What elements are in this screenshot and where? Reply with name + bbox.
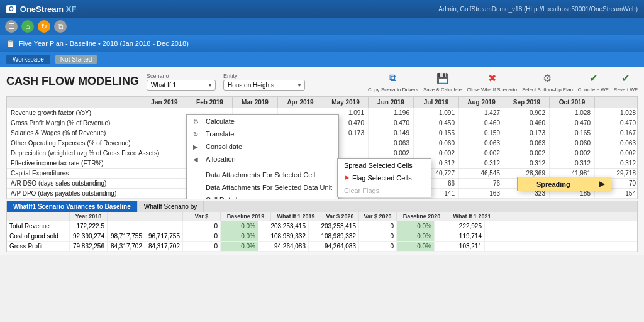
cell-7-0[interactable] <box>142 179 187 188</box>
cell-1-10[interactable]: 0.470 <box>595 118 638 128</box>
cell-3-8[interactable]: 0.063 <box>504 138 550 148</box>
cell-4-9[interactable]: 0.002 <box>550 148 595 158</box>
header-apr2019: Apr 2019 <box>278 97 323 108</box>
br-var2020b-2: 0.0% <box>397 242 435 251</box>
cell-3-6[interactable]: 0.060 <box>414 138 459 148</box>
cell-0-9[interactable]: 1.028 <box>550 108 595 118</box>
revert-wf-button[interactable]: ✔ Revert WF <box>614 70 638 92</box>
cell-2-0[interactable] <box>142 128 187 138</box>
cell-2-9[interactable]: 0.165 <box>550 128 595 138</box>
menu-item-data-attach-unit-label: Data Attachments For Selected Data Unit <box>206 184 332 191</box>
br-varpct-2: 0.0% <box>221 242 258 251</box>
home-icon[interactable]: ⌂ <box>21 20 34 33</box>
menu-item-calculate[interactable]: ⚙ Calculate <box>187 115 338 128</box>
bottom-grid-header: Year 2018 Var $ Baseline 2019 What If 1 … <box>7 212 637 221</box>
cell-7-7[interactable]: 76 <box>459 179 504 188</box>
tab-whatif1-variances[interactable]: WhatIf1 Scenario Variances to Baseline <box>7 201 138 212</box>
cell-1-6[interactable]: 0.450 <box>414 118 459 128</box>
cell-8-0[interactable] <box>142 189 187 198</box>
spread-selected-label: Spread Selected Cells <box>344 162 413 169</box>
complete-wf-button[interactable]: ✔ Complete WF <box>578 70 609 92</box>
cell-4-8[interactable]: 0.002 <box>504 148 550 158</box>
cell-0-6[interactable]: 1.091 <box>414 108 459 118</box>
header-feb2019: Feb 2019 <box>187 97 233 108</box>
menu-item-data-attach-cell-label: Data Attachments For Selected Cell <box>206 171 315 179</box>
context-menu: ⚙ Calculate ↻ Translate ▶ Consolidate Sp… <box>186 114 339 199</box>
br-var2020a-0: 0 <box>359 221 397 231</box>
cell-1-8[interactable]: 0.460 <box>504 118 550 128</box>
close-whatif-button[interactable]: ✖ Close WhatIf Scenario <box>467 70 517 92</box>
br-c4-0 <box>145 221 183 231</box>
menu-icon[interactable]: ☰ <box>5 20 18 33</box>
submenu-item-spread[interactable]: Spread Selected Cells <box>338 159 431 172</box>
cell-4-6[interactable]: 0.002 <box>414 148 459 158</box>
close-label: Close WhatIf Scenario <box>467 87 517 92</box>
complete-wf-label: Complete WF <box>578 87 609 92</box>
cell-8-7[interactable]: 163 <box>459 189 504 198</box>
header-may2019: May 2019 <box>323 97 369 108</box>
menu-item-data-attach-unit[interactable]: Data Attachments For Selected Data Unit <box>187 181 338 194</box>
br-label-1: Cost of good sold <box>7 231 70 241</box>
tab-whatif-scenario-by[interactable]: WhatIf Scenario by <box>138 201 204 212</box>
cell-1-0[interactable] <box>142 118 187 128</box>
menu-item-translate[interactable]: ↻ Translate <box>187 128 338 140</box>
header-mar2019: Mar 2019 <box>233 97 278 108</box>
cell-3-5[interactable]: 0.063 <box>369 138 414 148</box>
cell-6-7[interactable]: 46,545 <box>459 169 504 178</box>
copy-icon[interactable]: ⧉ <box>54 20 67 33</box>
cell-2-8[interactable]: 0.173 <box>504 128 550 138</box>
refresh-icon[interactable]: ↻ <box>38 20 50 33</box>
cell-4-5[interactable]: 0.002 <box>369 148 414 158</box>
br-var2020a-2: 0 <box>359 242 397 251</box>
close-icon: ✖ <box>484 70 499 86</box>
cell-4-7[interactable]: 0.002 <box>459 148 504 158</box>
cell-5-0[interactable] <box>142 158 187 168</box>
save-calculate-button[interactable]: 💾 Save & Calculate <box>423 70 462 92</box>
select-bottom-up-button[interactable]: ⚙ Select Bottom-Up Plan <box>522 70 573 92</box>
menu-item-allocation[interactable]: ◀ Allocation <box>187 153 338 165</box>
bh-vars: Var $ <box>183 212 221 221</box>
cell-0-0[interactable] <box>142 108 187 118</box>
cell-0-5[interactable]: 1.196 <box>369 108 414 118</box>
cell-1-7[interactable]: 0.460 <box>459 118 504 128</box>
cell-5-10[interactable]: 0.312 <box>595 158 638 168</box>
row-label-1: Gross Profit Margin (% of Revenue) <box>7 118 142 128</box>
cell-3-7[interactable]: 0.063 <box>459 138 504 148</box>
copy-scenario-button[interactable]: ⧉ Copy Scenario Drivers <box>368 70 418 92</box>
entity-select[interactable]: Houston Heights <box>223 80 305 91</box>
menu-item-data-attach-cell[interactable]: Data Attachments For Selected Cell <box>187 169 338 181</box>
header-jan2019: Jan 2019 <box>142 97 187 108</box>
menu-item-spreading[interactable]: Spreading ▶ <box>517 177 611 191</box>
workspace-button[interactable]: Workspace <box>6 55 50 64</box>
scenario-select[interactable]: What If 1 <box>147 80 216 91</box>
cell-1-5[interactable]: 0.470 <box>369 118 414 128</box>
cell-4-0[interactable] <box>142 148 187 158</box>
cell-0-7[interactable]: 1.427 <box>459 108 504 118</box>
scenario-group: Scenario What If 1 ▼ <box>147 73 216 91</box>
submenu-item-clear-flags[interactable]: Clear Flags <box>338 184 431 197</box>
cell-2-10[interactable]: 0.167 <box>595 128 638 138</box>
breadcrumb-text: Five Year Plan - Baseline • 2018 (Jan 20… <box>19 40 189 47</box>
cell-3-10[interactable]: 0.063 <box>595 138 638 148</box>
row-label-0: Revenue growth factor (YoY) <box>7 108 142 118</box>
submenu-item-flag[interactable]: ⚑ Flag Selected Cells <box>338 172 431 184</box>
cell-1-9[interactable]: 0.470 <box>550 118 595 128</box>
cell-0-8[interactable]: 0.902 <box>504 108 550 118</box>
cell-5-8[interactable]: 0.312 <box>504 158 550 168</box>
cell-6-0[interactable] <box>142 169 187 178</box>
menu-item-cell-detail[interactable]: Cell Detail <box>187 194 338 199</box>
cell-2-6[interactable]: 0.155 <box>414 128 459 138</box>
cell-0-10[interactable]: 1.028 <box>595 108 638 118</box>
grid-header: Jan 2019 Feb 2019 Mar 2019 Apr 2019 May … <box>7 97 637 108</box>
bh-baseline2020: Baseline 2020 <box>397 212 447 221</box>
cell-5-9[interactable]: 0.312 <box>550 158 595 168</box>
cell-4-10[interactable]: 0.002 <box>595 148 638 158</box>
menu-item-consolidate[interactable]: ▶ Consolidate <box>187 140 338 153</box>
cell-2-5[interactable]: 0.149 <box>369 128 414 138</box>
cell-3-9[interactable]: 0.060 <box>550 138 595 148</box>
br-c4-1: 96,717,755 <box>145 231 183 241</box>
consolidate-icon: ▶ <box>193 143 202 150</box>
cell-3-0[interactable] <box>142 138 187 148</box>
cell-5-7[interactable]: 0.312 <box>459 158 504 168</box>
cell-2-7[interactable]: 0.159 <box>459 128 504 138</box>
